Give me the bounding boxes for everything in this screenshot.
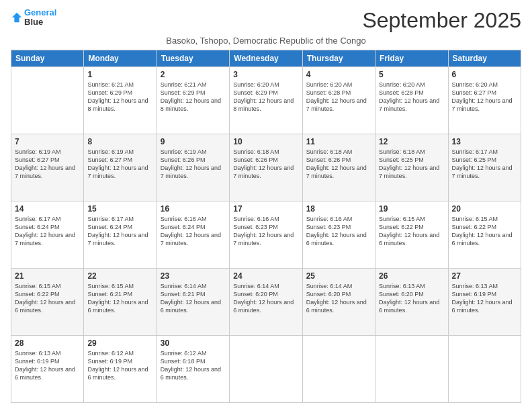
day-info: Sunrise: 6:12 AM Sunset: 6:18 PM Dayligh… xyxy=(161,349,226,382)
table-row: 12Sunrise: 6:18 AM Sunset: 6:25 PM Dayli… xyxy=(375,134,448,201)
col-saturday: Saturday xyxy=(448,50,521,67)
table-row: 27Sunrise: 6:13 AM Sunset: 6:19 PM Dayli… xyxy=(448,269,521,336)
table-row: 14Sunrise: 6:17 AM Sunset: 6:24 PM Dayli… xyxy=(11,201,84,269)
day-number: 12 xyxy=(379,137,444,146)
day-info: Sunrise: 6:18 AM Sunset: 6:26 PM Dayligh… xyxy=(306,148,371,181)
calendar-table: Sunday Monday Tuesday Wednesday Thursday… xyxy=(11,50,521,403)
table-row xyxy=(448,336,521,403)
table-row: 22Sunrise: 6:15 AM Sunset: 6:21 PM Dayli… xyxy=(84,269,157,336)
day-number: 11 xyxy=(306,137,371,146)
day-number: 19 xyxy=(379,204,444,214)
table-row: 6Sunrise: 6:20 AM Sunset: 6:27 PM Daylig… xyxy=(448,67,521,134)
day-number: 20 xyxy=(452,204,517,214)
page: General Blue September 2025 Basoko, Tsho… xyxy=(0,0,532,411)
title-section: September 2025 xyxy=(362,8,521,33)
day-info: Sunrise: 6:18 AM Sunset: 6:25 PM Dayligh… xyxy=(379,148,444,181)
day-number: 8 xyxy=(87,137,152,146)
day-info: Sunrise: 6:17 AM Sunset: 6:24 PM Dayligh… xyxy=(15,215,80,248)
logo-text: General Blue xyxy=(24,8,56,28)
day-info: Sunrise: 6:16 AM Sunset: 6:24 PM Dayligh… xyxy=(161,215,226,248)
table-row: 8Sunrise: 6:19 AM Sunset: 6:27 PM Daylig… xyxy=(84,134,157,201)
table-row: 7Sunrise: 6:19 AM Sunset: 6:27 PM Daylig… xyxy=(11,134,84,201)
svg-marker-0 xyxy=(12,13,21,22)
table-row: 4Sunrise: 6:20 AM Sunset: 6:28 PM Daylig… xyxy=(302,67,375,134)
day-number: 26 xyxy=(379,271,444,281)
day-number: 3 xyxy=(233,70,298,79)
day-info: Sunrise: 6:18 AM Sunset: 6:26 PM Dayligh… xyxy=(233,148,298,181)
day-number: 10 xyxy=(233,137,298,146)
table-row xyxy=(230,336,302,403)
day-info: Sunrise: 6:19 AM Sunset: 6:26 PM Dayligh… xyxy=(161,148,226,181)
day-info: Sunrise: 6:14 AM Sunset: 6:21 PM Dayligh… xyxy=(161,282,226,315)
day-info: Sunrise: 6:15 AM Sunset: 6:22 PM Dayligh… xyxy=(452,215,517,248)
table-row: 21Sunrise: 6:15 AM Sunset: 6:22 PM Dayli… xyxy=(11,269,84,336)
day-number: 7 xyxy=(15,137,80,146)
day-info: Sunrise: 6:16 AM Sunset: 6:23 PM Dayligh… xyxy=(306,215,371,248)
calendar-week-4: 21Sunrise: 6:15 AM Sunset: 6:22 PM Dayli… xyxy=(11,269,521,336)
day-number: 9 xyxy=(161,137,226,146)
day-number: 6 xyxy=(452,70,517,79)
day-info: Sunrise: 6:14 AM Sunset: 6:20 PM Dayligh… xyxy=(306,282,371,315)
day-info: Sunrise: 6:20 AM Sunset: 6:27 PM Dayligh… xyxy=(452,81,517,113)
day-number: 17 xyxy=(233,204,298,214)
day-number: 16 xyxy=(161,204,226,214)
day-info: Sunrise: 6:15 AM Sunset: 6:22 PM Dayligh… xyxy=(379,215,444,248)
table-row: 3Sunrise: 6:20 AM Sunset: 6:29 PM Daylig… xyxy=(230,67,302,134)
day-info: Sunrise: 6:21 AM Sunset: 6:29 PM Dayligh… xyxy=(161,81,226,113)
col-friday: Friday xyxy=(375,50,448,67)
col-monday: Monday xyxy=(84,50,157,67)
table-row: 5Sunrise: 6:20 AM Sunset: 6:28 PM Daylig… xyxy=(375,67,448,134)
day-info: Sunrise: 6:16 AM Sunset: 6:23 PM Dayligh… xyxy=(233,215,298,248)
day-number: 2 xyxy=(161,70,226,79)
day-number: 28 xyxy=(15,338,80,348)
day-number: 1 xyxy=(87,70,152,79)
col-tuesday: Tuesday xyxy=(157,50,229,67)
day-number: 25 xyxy=(306,271,371,281)
subtitle: Basoko, Tshopo, Democratic Republic of t… xyxy=(11,36,521,46)
col-sunday: Sunday xyxy=(11,50,84,67)
day-info: Sunrise: 6:21 AM Sunset: 6:29 PM Dayligh… xyxy=(87,81,152,113)
table-row: 26Sunrise: 6:13 AM Sunset: 6:20 PM Dayli… xyxy=(375,269,448,336)
day-number: 30 xyxy=(161,338,226,348)
calendar-header-row: Sunday Monday Tuesday Wednesday Thursday… xyxy=(11,50,521,67)
table-row: 23Sunrise: 6:14 AM Sunset: 6:21 PM Dayli… xyxy=(157,269,229,336)
table-row: 9Sunrise: 6:19 AM Sunset: 6:26 PM Daylig… xyxy=(157,134,229,201)
day-number: 23 xyxy=(161,271,226,281)
table-row: 10Sunrise: 6:18 AM Sunset: 6:26 PM Dayli… xyxy=(230,134,302,201)
day-info: Sunrise: 6:20 AM Sunset: 6:28 PM Dayligh… xyxy=(306,81,371,113)
day-info: Sunrise: 6:13 AM Sunset: 6:19 PM Dayligh… xyxy=(15,349,80,382)
calendar-week-1: 1Sunrise: 6:21 AM Sunset: 6:29 PM Daylig… xyxy=(11,67,521,134)
logo-icon xyxy=(11,11,23,24)
table-row: 24Sunrise: 6:14 AM Sunset: 6:20 PM Dayli… xyxy=(230,269,302,336)
table-row: 30Sunrise: 6:12 AM Sunset: 6:18 PM Dayli… xyxy=(157,336,229,403)
month-title: September 2025 xyxy=(362,8,521,33)
table-row: 18Sunrise: 6:16 AM Sunset: 6:23 PM Dayli… xyxy=(302,201,375,269)
day-number: 27 xyxy=(452,271,517,281)
table-row xyxy=(375,336,448,403)
table-row xyxy=(302,336,375,403)
day-number: 5 xyxy=(379,70,444,79)
table-row: 28Sunrise: 6:13 AM Sunset: 6:19 PM Dayli… xyxy=(11,336,84,403)
day-info: Sunrise: 6:20 AM Sunset: 6:29 PM Dayligh… xyxy=(233,81,298,113)
day-info: Sunrise: 6:19 AM Sunset: 6:27 PM Dayligh… xyxy=(87,148,152,181)
calendar-week-2: 7Sunrise: 6:19 AM Sunset: 6:27 PM Daylig… xyxy=(11,134,521,201)
day-info: Sunrise: 6:17 AM Sunset: 6:24 PM Dayligh… xyxy=(87,215,152,248)
day-info: Sunrise: 6:15 AM Sunset: 6:22 PM Dayligh… xyxy=(15,282,80,315)
table-row: 15Sunrise: 6:17 AM Sunset: 6:24 PM Dayli… xyxy=(84,201,157,269)
day-info: Sunrise: 6:12 AM Sunset: 6:19 PM Dayligh… xyxy=(87,349,152,382)
table-row: 11Sunrise: 6:18 AM Sunset: 6:26 PM Dayli… xyxy=(302,134,375,201)
day-number: 22 xyxy=(87,271,152,281)
day-number: 15 xyxy=(87,204,152,214)
day-info: Sunrise: 6:14 AM Sunset: 6:20 PM Dayligh… xyxy=(233,282,298,315)
calendar-week-5: 28Sunrise: 6:13 AM Sunset: 6:19 PM Dayli… xyxy=(11,336,521,403)
table-row: 19Sunrise: 6:15 AM Sunset: 6:22 PM Dayli… xyxy=(375,201,448,269)
table-row: 16Sunrise: 6:16 AM Sunset: 6:24 PM Dayli… xyxy=(157,201,229,269)
day-info: Sunrise: 6:17 AM Sunset: 6:25 PM Dayligh… xyxy=(452,148,517,181)
day-number: 4 xyxy=(306,70,371,79)
col-thursday: Thursday xyxy=(302,50,375,67)
day-number: 14 xyxy=(15,204,80,214)
day-info: Sunrise: 6:15 AM Sunset: 6:21 PM Dayligh… xyxy=(87,282,152,315)
table-row: 20Sunrise: 6:15 AM Sunset: 6:22 PM Dayli… xyxy=(448,201,521,269)
table-row: 29Sunrise: 6:12 AM Sunset: 6:19 PM Dayli… xyxy=(84,336,157,403)
day-info: Sunrise: 6:13 AM Sunset: 6:20 PM Dayligh… xyxy=(379,282,444,315)
